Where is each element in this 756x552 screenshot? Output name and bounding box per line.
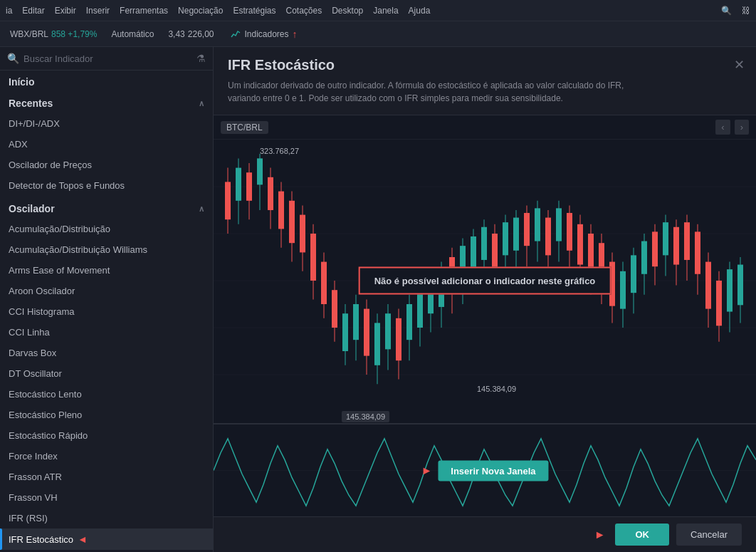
svg-rect-87 [652,231,658,266]
list-item[interactable]: Estocástico Pleno [0,405,213,425]
price-display: 3,43 226,00 [164,28,218,41]
list-item[interactable]: Estocástico Rápido [0,425,213,446]
list-item[interactable]: CCI Linha [0,322,213,343]
svg-rect-21 [300,215,305,253]
list-item-arms[interactable]: Arms Ease of Movement [0,260,213,281]
svg-rect-85 [641,241,647,274]
list-item-force[interactable]: Force Index [0,446,213,467]
list-item[interactable]: Darvas Box [0,343,213,363]
svg-rect-29 [342,313,348,351]
main-panel: IFR Estocástico Um indicador derivado de… [214,47,756,552]
oscilador-chevron[interactable]: ∧ [199,204,204,214]
insert-button-overlay: ► Inserir Nova Janela [421,460,548,481]
list-item[interactable]: Acumulação/Distribuição [0,219,213,239]
chart-container: BTC/BRL ‹ › [214,115,756,424]
insert-arrow-icon: ► [421,464,432,477]
list-item[interactable]: Aroon Oscilador [0,281,213,301]
list-item[interactable]: Detector de Topos e Fundos [0,175,213,196]
chart-bottom-price: 145.384,09 [342,411,389,422]
list-item[interactable]: DI+/DI-/ADX [0,113,213,134]
chart-body: 323.768,27 145.384,09 Não é possível adi… [214,140,756,422]
svg-rect-43 [417,292,423,328]
list-item[interactable]: Frasson VH [0,487,213,508]
oscilador-header[interactable]: Oscilador ∧ [0,196,213,219]
menu-editar[interactable]: Editar [22,6,44,16]
menu-janela[interactable]: Janela [373,6,398,16]
close-button[interactable]: ✕ [734,57,745,73]
svg-rect-63 [524,213,530,246]
svg-rect-17 [278,192,284,229]
list-item[interactable]: IFR (RSI) [0,508,213,528]
indicators-button[interactable]: Indicadores ↑ [224,26,303,43]
svg-rect-93 [684,222,690,260]
list-item[interactable]: ADX [0,134,213,155]
menu-ajuda[interactable]: Ajuda [409,6,431,16]
chart-next-button[interactable]: › [735,120,749,135]
menu-share-icon[interactable]: ⛓ [742,6,750,16]
svg-rect-95 [695,231,700,274]
svg-rect-47 [439,269,444,307]
oscillator-panel: ► Inserir Nova Janela [214,424,756,516]
svg-rect-103 [737,265,743,306]
svg-rect-25 [321,262,327,304]
menu-search-icon[interactable]: 🔍 [721,6,732,16]
oscilador-label: Oscilador [9,203,55,214]
cancel-button[interactable]: Cancelar [676,524,742,546]
menu-exibir[interactable]: Exibir [55,6,76,16]
svg-rect-57 [492,234,498,271]
info-title: IFR Estocástico [228,57,742,73]
svg-rect-33 [364,309,369,356]
list-item[interactable]: Oscilador de Preços [0,155,213,175]
svg-rect-69 [556,208,562,241]
svg-rect-77 [599,243,604,285]
svg-rect-73 [577,224,583,265]
recentes-chevron[interactable]: ∧ [199,99,204,108]
menu-estrategias[interactable]: Estratégias [233,6,275,16]
svg-rect-65 [535,208,540,241]
filter-icon[interactable]: ⚗ [196,53,206,64]
insert-nova-janela-button[interactable]: Inserir Nova Janela [438,460,548,481]
svg-rect-19 [289,201,295,243]
svg-rect-41 [406,304,412,340]
menu-ia[interactable]: ia [6,6,12,16]
svg-rect-53 [471,236,476,269]
recentes-header[interactable]: Recentes ∧ [0,90,213,113]
info-description: Um indicador derivado de outro indicador… [228,79,641,105]
list-item-ifr-estocastico[interactable]: IFR Estocástico ◄ [0,528,213,550]
menu-cotacoes[interactable]: Cotações [286,6,322,16]
chart-pair-label: BTC/BRL [221,121,268,134]
search-box: 🔍 ⚗ [0,47,213,71]
svg-rect-101 [727,269,733,311]
indicator-list: Início Recentes ∧ DI+/DI-/ADX ADX Oscila… [0,71,213,552]
list-item[interactable]: Acumulação/Distribuição Williams [0,239,213,260]
menu-negociacao[interactable]: Negociação [178,6,223,16]
mode-label: Automático [111,29,154,39]
inicio-section: Início [0,71,213,90]
svg-rect-13 [257,158,263,184]
menu-ferramentas[interactable]: Ferramentas [120,6,168,16]
menu-inserir[interactable]: Inserir [86,6,110,16]
list-item[interactable]: Frasson ATR [0,467,213,487]
ok-arrow-icon: ► [594,528,606,541]
svg-rect-89 [663,222,668,255]
svg-rect-7 [225,182,231,219]
list-item[interactable]: CCI Histograma [0,301,213,322]
mode-selector[interactable]: Automático [107,28,158,41]
menu-desktop[interactable]: Desktop [332,6,363,16]
indicators-chart-icon [230,28,241,40]
svg-rect-75 [588,234,594,274]
search-input[interactable] [23,53,192,64]
svg-rect-83 [631,255,636,293]
chart-prev-button[interactable]: ‹ [715,120,730,135]
toolbar: WBX/BRL 858 +1,79% Automático 3,43 226,0… [0,21,756,47]
svg-rect-61 [513,218,519,251]
ticker-display[interactable]: WBX/BRL 858 +1,79% [6,28,101,41]
ticker-label: WBX/BRL [10,29,48,39]
left-panel: 🔍 ⚗ Início Recentes ∧ DI+/DI-/ADX ADX Os… [0,47,214,552]
list-item[interactable]: Estocástico Lento [0,384,213,405]
info-panel: IFR Estocástico Um indicador derivado de… [214,47,756,115]
svg-rect-79 [609,262,615,306]
ok-button[interactable]: OK [615,524,669,546]
list-item[interactable]: DT Oscillator [0,363,213,384]
svg-rect-37 [385,313,391,349]
